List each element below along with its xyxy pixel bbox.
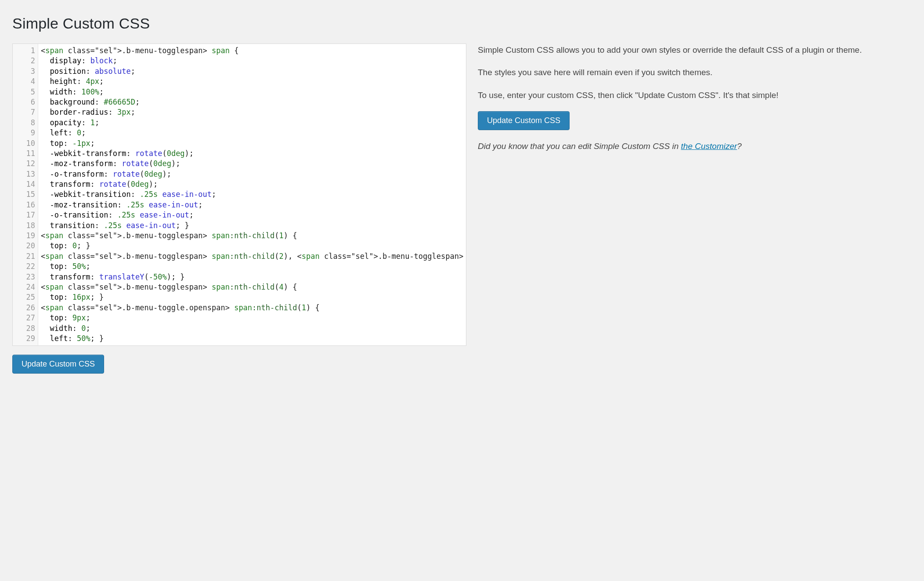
code-line[interactable]: display: block; — [41, 56, 463, 66]
line-number: 11 — [17, 149, 35, 159]
code-line[interactable]: -webkit-transform: rotate(0deg); — [41, 149, 463, 159]
line-number: 18 — [17, 221, 35, 231]
code-line[interactable]: height: 4px; — [41, 76, 463, 87]
code-line[interactable]: -moz-transform: rotate(0deg); — [41, 159, 463, 169]
code-line[interactable]: <span class="sel">.b-menu-togglespan> sp… — [41, 231, 463, 241]
code-line[interactable]: <span class="sel">.b-menu-togglespan> sp… — [41, 282, 463, 292]
code-content[interactable]: <span class="sel">.b-menu-togglespan> sp… — [38, 44, 466, 345]
code-line[interactable]: top: 0; } — [41, 241, 463, 251]
code-line[interactable]: -webkit-transition: .25s ease-in-out; — [41, 189, 463, 200]
code-line[interactable]: <span class="sel">.b-menu-toggle.openspa… — [41, 303, 463, 313]
code-line[interactable]: position: absolute; — [41, 66, 463, 76]
sidebar-desc-3: To use, enter your custom CSS, then clic… — [478, 89, 912, 102]
line-number: 4 — [17, 76, 35, 87]
line-number: 24 — [17, 282, 35, 292]
tip-suffix: ? — [737, 142, 742, 151]
code-line[interactable]: left: 50%; } — [41, 334, 463, 344]
code-line[interactable]: width: 100%; — [41, 87, 463, 97]
code-line[interactable]: left: 0; — [41, 128, 463, 138]
sidebar-desc-1: Simple Custom CSS allows you to add your… — [478, 44, 912, 56]
line-number: 22 — [17, 261, 35, 272]
line-number: 14 — [17, 179, 35, 189]
code-line[interactable]: transition: .25s ease-in-out; } — [41, 221, 463, 231]
code-line[interactable]: -o-transition: .25s ease-in-out; — [41, 210, 463, 220]
code-line[interactable]: -o-transform: rotate(0deg); — [41, 169, 463, 179]
line-number: 10 — [17, 138, 35, 149]
line-number: 3 — [17, 66, 35, 76]
sidebar-desc-2: The styles you save here will remain eve… — [478, 66, 912, 79]
line-number: 16 — [17, 200, 35, 210]
css-editor[interactable]: 1234567891011121314151617181920212223242… — [12, 44, 466, 346]
line-number: 2 — [17, 56, 35, 66]
customizer-link[interactable]: the Customizer — [681, 142, 737, 151]
code-line[interactable]: border-radius: 3px; — [41, 107, 463, 117]
line-number: 28 — [17, 323, 35, 334]
code-line[interactable]: top: -1px; — [41, 138, 463, 149]
line-number: 20 — [17, 241, 35, 251]
line-number: 19 — [17, 231, 35, 241]
code-line[interactable]: top: 9px; — [41, 313, 463, 323]
customizer-tip: Did you know that you can edit Simple Cu… — [478, 140, 912, 153]
code-line[interactable]: top: 50%; — [41, 261, 463, 272]
line-number: 21 — [17, 251, 35, 261]
line-number: 29 — [17, 334, 35, 344]
code-line[interactable]: <span class="sel">.b-menu-togglespan> sp… — [41, 46, 463, 56]
update-css-button-bottom[interactable]: Update Custom CSS — [12, 355, 104, 374]
update-css-button-side[interactable]: Update Custom CSS — [478, 111, 570, 130]
line-number: 23 — [17, 272, 35, 282]
line-number: 13 — [17, 169, 35, 179]
code-line[interactable]: background: #66665D; — [41, 97, 463, 107]
tip-prefix: Did you know that you can edit Simple Cu… — [478, 142, 681, 151]
page-title: Simple Custom CSS — [12, 15, 912, 32]
code-line[interactable]: top: 16px; } — [41, 292, 463, 302]
line-number: 17 — [17, 210, 35, 220]
line-number-gutter: 1234567891011121314151617181920212223242… — [13, 44, 38, 345]
line-number: 26 — [17, 303, 35, 313]
line-number: 6 — [17, 97, 35, 107]
line-number: 7 — [17, 107, 35, 117]
code-line[interactable]: <span class="sel">.b-menu-togglespan> sp… — [41, 251, 463, 261]
line-number: 12 — [17, 159, 35, 169]
code-line[interactable]: -moz-transition: .25s ease-in-out; — [41, 200, 463, 210]
line-number: 5 — [17, 87, 35, 97]
line-number: 1 — [17, 46, 35, 56]
code-line[interactable]: opacity: 1; — [41, 118, 463, 128]
code-line[interactable]: transform: rotate(0deg); — [41, 179, 463, 189]
code-line[interactable]: transform: translateY(-50%); } — [41, 272, 463, 282]
line-number: 25 — [17, 292, 35, 302]
line-number: 9 — [17, 128, 35, 138]
line-number: 27 — [17, 313, 35, 323]
sidebar: Simple Custom CSS allows you to add your… — [478, 44, 912, 163]
line-number: 15 — [17, 189, 35, 200]
line-number: 8 — [17, 118, 35, 128]
code-line[interactable]: width: 0; — [41, 323, 463, 334]
